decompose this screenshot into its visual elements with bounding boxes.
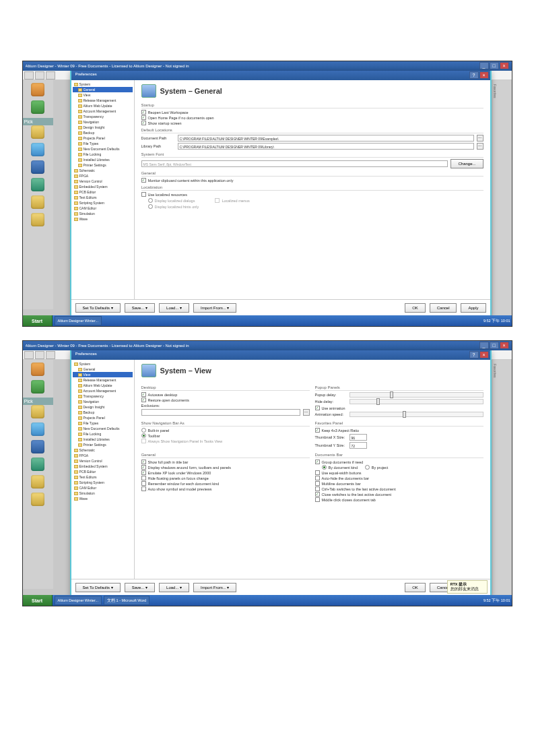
tree-item[interactable]: Schematic	[73, 447, 133, 453]
checkbox[interactable]	[141, 192, 146, 197]
tree-item[interactable]: System	[73, 361, 133, 367]
tree-item[interactable]: View	[73, 372, 133, 377]
dock-icon[interactable]	[31, 440, 44, 453]
close-button[interactable]: ×	[500, 62, 509, 69]
preferences-tree[interactable]: SystemGeneralViewRelease ManagementAltiu…	[71, 360, 135, 579]
checkbox[interactable]	[141, 476, 146, 480]
import-button[interactable]: Import From... ▾	[193, 303, 236, 313]
tree-item[interactable]: Backup	[73, 410, 133, 415]
checkbox[interactable]: ✓	[141, 392, 146, 397]
taskbar-item[interactable]: Altium Designer Winter...	[55, 316, 102, 325]
close-button[interactable]: ×	[500, 342, 509, 349]
tree-item[interactable]: Simulation	[73, 211, 133, 216]
tree-item[interactable]: PCB Editor	[73, 469, 133, 474]
exclusions-field[interactable]	[141, 409, 300, 416]
tree-item[interactable]: New Document Defaults	[73, 146, 133, 152]
dock-icon[interactable]	[31, 213, 44, 226]
dock-icon[interactable]	[31, 422, 44, 436]
checkbox[interactable]: ✓	[141, 110, 146, 115]
tree-item[interactable]: Version Control	[73, 458, 133, 464]
tree-item[interactable]: Release Management	[73, 98, 133, 103]
ok-button[interactable]: OK	[405, 303, 426, 313]
tree-item[interactable]: File Locking	[73, 431, 133, 437]
tree-item[interactable]: Simulation	[73, 491, 133, 496]
checkbox[interactable]	[315, 470, 320, 475]
system-tray[interactable]: 9:52 下午 10:01	[483, 598, 510, 603]
tree-item[interactable]: Embedded System	[73, 464, 133, 469]
thumb-x-field[interactable]: 96	[349, 434, 367, 441]
toolbar-icon[interactable]	[35, 351, 44, 359]
tree-item[interactable]: Navigation	[73, 399, 133, 404]
dock-icon[interactable]	[31, 83, 44, 96]
tree-item[interactable]: Altium Web Update	[73, 103, 133, 108]
checkbox[interactable]	[315, 486, 320, 491]
tree-item[interactable]: Schematic	[73, 168, 133, 173]
apply-button[interactable]: Apply	[461, 303, 486, 313]
checkbox[interactable]	[315, 476, 320, 480]
checkbox[interactable]: ✓	[141, 398, 146, 402]
checkbox[interactable]: ✓	[315, 406, 320, 410]
dock-icon[interactable]	[31, 493, 44, 506]
pref-close-button[interactable]: ×	[479, 71, 489, 79]
checkbox[interactable]: ✓	[315, 460, 320, 464]
tree-item[interactable]: Account Management	[73, 388, 133, 393]
tree-item[interactable]: CAM Editor	[73, 206, 133, 211]
cancel-button[interactable]: Cancel	[430, 303, 457, 313]
tree-item[interactable]: Text Editors	[73, 195, 133, 200]
pref-close-button[interactable]: ×	[479, 351, 489, 358]
maximize-button[interactable]: □	[490, 62, 499, 69]
hide-delay-slider[interactable]	[349, 399, 483, 404]
dock-icon[interactable]	[31, 405, 44, 418]
dock-icon[interactable]	[31, 178, 44, 191]
tree-item[interactable]: Navigation	[73, 119, 133, 125]
save-button[interactable]: Save... ▾	[125, 583, 155, 592]
tree-item[interactable]: FPGA	[73, 173, 133, 179]
checkbox[interactable]: ✓	[141, 121, 146, 125]
system-tray[interactable]: 9:52 下午 10:01	[483, 319, 510, 323]
checkbox[interactable]	[141, 481, 146, 486]
tree-item[interactable]: Transparency	[73, 393, 133, 399]
tree-item[interactable]: Account Management	[73, 108, 133, 114]
checkbox[interactable]	[315, 481, 320, 486]
tree-item[interactable]: General	[73, 87, 133, 92]
minimize-button[interactable]: _	[479, 62, 489, 69]
toolbar-icon[interactable]	[35, 71, 44, 80]
tree-item[interactable]: File Types	[73, 141, 133, 146]
tree-item[interactable]: Design Insight	[73, 125, 133, 130]
start-button[interactable]: Start	[23, 595, 53, 606]
checkbox[interactable]: ✓	[141, 178, 146, 183]
tree-item[interactable]: File Types	[73, 420, 133, 426]
tree-item[interactable]: Scripting System	[73, 200, 133, 206]
checkbox[interactable]: ✓	[141, 465, 146, 470]
tree-item[interactable]: Release Management	[73, 377, 133, 383]
tree-item[interactable]: Projects Panel	[73, 135, 133, 141]
set-defaults-button[interactable]: Set To Defaults ▾	[75, 303, 121, 313]
tree-item[interactable]: Printer Settings	[73, 162, 133, 168]
dock-icon[interactable]	[31, 363, 44, 376]
tree-item[interactable]: CAM Editor	[73, 485, 133, 491]
save-button[interactable]: Save... ▾	[125, 303, 155, 313]
dock-icon[interactable]	[31, 160, 44, 174]
tree-item[interactable]: Wave	[73, 496, 133, 501]
browse-button[interactable]: ⋯	[477, 135, 483, 141]
minimize-button[interactable]: _	[479, 342, 489, 349]
toolbar-icon[interactable]	[24, 351, 34, 359]
maximize-button[interactable]: □	[490, 342, 499, 349]
tree-item[interactable]: Version Control	[73, 179, 133, 184]
taskbar-item[interactable]: 文档 1 - Microsoft Word	[104, 596, 149, 605]
taskbar-item[interactable]: Altium Designer Winter...	[55, 596, 102, 605]
browse-button[interactable]: ⋯	[303, 409, 310, 416]
checkbox[interactable]: ✓	[141, 460, 146, 464]
checkbox[interactable]: ✓	[141, 115, 146, 120]
set-defaults-button[interactable]: Set To Defaults ▾	[75, 583, 121, 592]
tree-item[interactable]: PCB Editor	[73, 189, 133, 195]
thumb-y-field[interactable]: 72	[349, 442, 367, 449]
toolbar-icon[interactable]	[46, 351, 55, 359]
tree-item[interactable]: File Locking	[73, 152, 133, 157]
dock-icon[interactable]	[31, 380, 44, 393]
dock-icon[interactable]	[31, 100, 44, 114]
doc-path-field[interactable]: C:\PROGRAM FILES\ALTIUM DESIGNER WINTER …	[178, 135, 474, 141]
start-button[interactable]: Start	[23, 315, 53, 326]
tree-item[interactable]: General	[73, 367, 133, 372]
checkbox[interactable]: ✓	[315, 492, 320, 497]
